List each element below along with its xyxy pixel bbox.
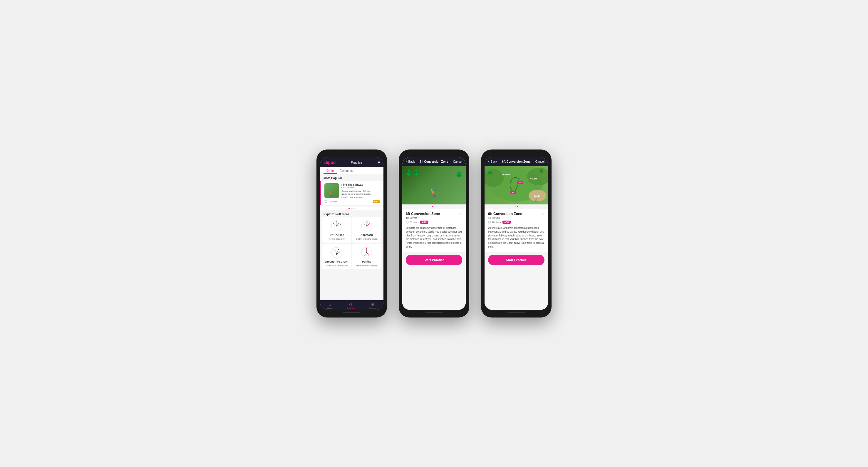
- drill-detail: 6ft Conversion Zone 10-50 yds ☆ 🕐 20 sho…: [402, 209, 466, 252]
- svg-point-17: [364, 224, 365, 225]
- phone-2: < Back 6ft Conversion Zone Cancel 🌲🌲 🌲 🏌…: [399, 149, 469, 318]
- drill-thumbnail: 🏌: [324, 183, 339, 198]
- approach-name: Approach: [361, 234, 373, 236]
- svg-line-21: [335, 250, 337, 253]
- clock-icon-3: 🕐: [488, 221, 491, 224]
- ott-desc: Power accuracy: [329, 238, 344, 240]
- svg-point-9: [333, 223, 334, 224]
- svg-point-8: [340, 224, 341, 225]
- golf-course-map: SAND FAIRWAY ROUGH Hit Miss: [485, 166, 548, 204]
- skill-grid: Off The Tee Power accuracy: [320, 217, 383, 272]
- phone-notch: [504, 153, 528, 155]
- favourite-star[interactable]: ☆: [377, 183, 380, 199]
- back-button[interactable]: < Back: [406, 160, 415, 163]
- phone2-content: 🌲🌲 🌲 🏌️ 6ft Conversion Zone 10-50 yds ☆: [402, 166, 466, 310]
- favourite-star-3[interactable]: ☆: [541, 212, 545, 216]
- title-row-3: 6ft Conversion Zone 10-50 yds ☆: [488, 212, 545, 221]
- phone-3: < Back 6ft Conversion Zone Cancel SAN: [481, 149, 552, 318]
- phone2-header: < Back 6ft Conversion Zone Cancel: [402, 157, 466, 166]
- drill-footer: 🕐 10 shots OTT: [324, 200, 380, 203]
- activities-icon: ♻: [349, 302, 352, 307]
- nav-activities[interactable]: ♻ Activities: [347, 302, 355, 309]
- skill-putting[interactable]: Putting Make and lag practice: [352, 244, 381, 269]
- shots-count-detail: 20 shots: [410, 221, 418, 224]
- drill-info: Find The Fairway Off The Tee Create an i…: [341, 183, 374, 199]
- back-button-3[interactable]: < Back: [488, 160, 497, 163]
- drill-shots-detail: 🕐 20 shots: [406, 221, 418, 224]
- svg-text:Miss: Miss: [518, 182, 522, 184]
- cancel-button[interactable]: Cancel: [453, 160, 462, 163]
- drill-description-3: 20 shots are randomly generated at dista…: [488, 226, 545, 249]
- svg-point-16: [369, 224, 370, 224]
- drill-range-3: 10-50 yds: [488, 216, 522, 220]
- img-dot-3-1: [514, 206, 516, 207]
- drill-detail-title-3: 6ft Conversion Zone: [488, 212, 522, 216]
- cancel-button-3[interactable]: Cancel: [535, 160, 545, 163]
- menu-icon[interactable]: ≡: [378, 160, 380, 165]
- header-title: Practice: [351, 161, 363, 164]
- tabs-bar: Drills Favourites: [320, 167, 383, 174]
- home-icon: ⌂: [329, 302, 331, 307]
- putting-icon: [360, 246, 373, 259]
- clock-icon-detail: 🕐: [406, 221, 409, 224]
- svg-point-30: [366, 248, 367, 249]
- phone1-content: Most Popular 🏌 Find The Fairway Off The …: [320, 174, 383, 300]
- dd-titles-3: 6ft Conversion Zone 10-50 yds: [488, 212, 522, 221]
- skill-off-the-tee[interactable]: Off The Tee Power accuracy: [322, 217, 351, 243]
- drill-desc: Create an imaginary fairway using trees …: [341, 190, 374, 199]
- start-practice-button[interactable]: Start Practice: [406, 255, 462, 265]
- svg-text:🌲: 🌲: [488, 170, 493, 175]
- off-the-tee-icon: [330, 220, 343, 232]
- drill-badge-3: ARG: [502, 221, 511, 224]
- atg-desc: Hone your short game: [326, 264, 348, 267]
- tab-favourites[interactable]: Favourites: [337, 167, 356, 174]
- drill-meta: 🕐 20 shots ARG: [406, 221, 462, 224]
- dot-3: [354, 208, 355, 209]
- golfer-figure: 🏌️: [428, 188, 440, 199]
- drill-detail-3: 6ft Conversion Zone 10-50 yds ☆ 🕐 20 sho…: [485, 209, 548, 252]
- drill-meta-3: 🕐 20 shots ARG: [488, 221, 545, 224]
- nav-capture[interactable]: ⊕ Capture: [369, 302, 376, 309]
- svg-line-14: [367, 224, 370, 226]
- phone-notch: [340, 153, 364, 155]
- nav-title-3: 6ft Conversion Zone: [502, 160, 531, 163]
- nav-activities-label: Activities: [347, 307, 355, 309]
- tab-drills[interactable]: Drills: [323, 167, 337, 174]
- favourite-star-detail[interactable]: ☆: [459, 212, 462, 216]
- trees-right: 🌲: [456, 171, 463, 178]
- title-row: 6ft Conversion Zone 10-50 yds ☆: [406, 212, 462, 221]
- carousel-dots: [320, 206, 383, 210]
- shots-count-3: 20 shots: [492, 221, 501, 224]
- nav-home-label: Home: [327, 307, 333, 309]
- phone1-header: clippd Practice ≡: [320, 157, 383, 167]
- scene: clippd Practice ≡ Drills Favourites Most…: [305, 138, 563, 329]
- image-dots: [402, 204, 466, 209]
- atg-name: Around The Green: [325, 260, 348, 263]
- featured-drill-card[interactable]: 🏌 Find The Fairway Off The Tee Create an…: [320, 181, 383, 205]
- img-dot-3-2: [517, 206, 518, 207]
- home-bar: [507, 312, 525, 313]
- drill-shots-3: 🕐 20 shots: [488, 221, 501, 224]
- ott-name: Off The Tee: [330, 234, 344, 236]
- atg-icon: [330, 246, 343, 259]
- nav-home[interactable]: ⌂ Home: [327, 302, 333, 309]
- nav-capture-label: Capture: [369, 307, 376, 309]
- skill-around-the-green[interactable]: Around The Green Hone your short game: [322, 244, 351, 269]
- golfer-icon: 🏌: [329, 191, 335, 197]
- phone3-content: SAND FAIRWAY ROUGH Hit Miss: [485, 166, 548, 310]
- drill-name: Find The Fairway: [341, 183, 374, 186]
- svg-line-31: [367, 253, 369, 255]
- drill-description: 20 shots are randomly generated at dista…: [406, 226, 462, 249]
- phone-notch: [422, 153, 446, 155]
- approach-desc: Dial-in to hit the green: [356, 238, 377, 240]
- putting-desc: Make and lag practice: [356, 264, 377, 267]
- svg-line-5: [333, 224, 337, 226]
- phone-1-screen: clippd Practice ≡ Drills Favourites Most…: [320, 157, 383, 310]
- start-practice-button-3[interactable]: Start Practice: [488, 255, 545, 265]
- drill-detail-title: 6ft Conversion Zone: [406, 212, 440, 216]
- svg-text:FAIRWAY: FAIRWAY: [502, 174, 510, 175]
- drill-category-badge: OTT: [373, 200, 380, 203]
- phone-2-screen: < Back 6ft Conversion Zone Cancel 🌲🌲 🌲 🏌…: [402, 157, 466, 310]
- svg-text:ROUGH: ROUGH: [530, 178, 536, 180]
- skill-approach[interactable]: Approach Dial-in to hit the green: [352, 217, 381, 243]
